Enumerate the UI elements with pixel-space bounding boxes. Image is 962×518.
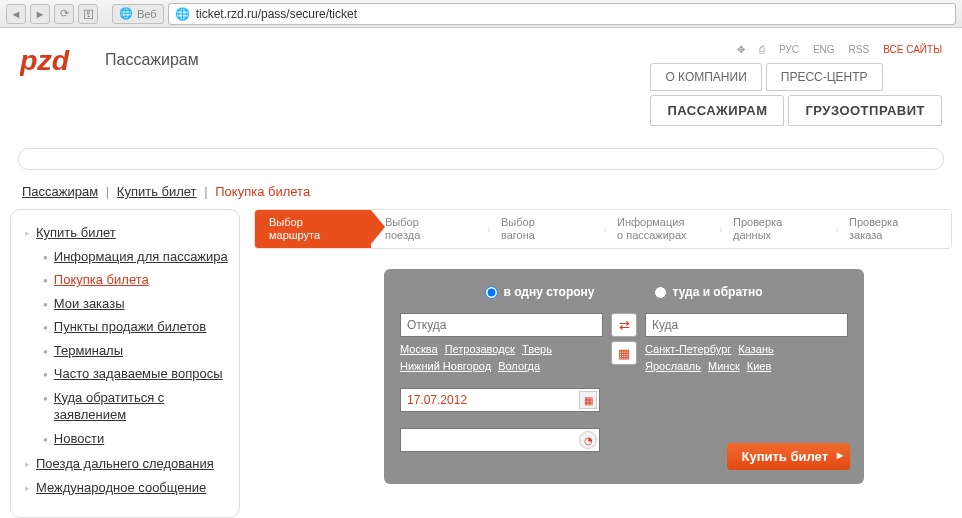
progress-steps: Выбор маршрута Выбор поезда › Выбор ваго… — [254, 209, 952, 249]
to-city-links: Санкт-Петербург Казань Ярославль Минск К… — [645, 341, 848, 374]
web-button[interactable]: 🌐 Веб — [112, 4, 164, 24]
sidebar-points[interactable]: Пункты продажи билетов — [54, 318, 206, 336]
logo-subtitle: Пассажирам — [105, 51, 199, 69]
svg-text:pzd: pzd — [20, 44, 70, 76]
tab-press[interactable]: ПРЕСС-ЦЕНТР — [766, 63, 883, 91]
oneway-label: в одну сторону — [503, 285, 594, 299]
sidebar-buy-ticket[interactable]: Купить билет — [36, 224, 116, 242]
step-line2: маршрута — [269, 229, 363, 242]
step-line1: Проверка — [849, 216, 898, 228]
step-line1: Информация — [617, 216, 684, 228]
step-line2: данных — [733, 229, 827, 242]
step-line2: о пассажирах — [617, 229, 711, 242]
search-bar[interactable] — [18, 148, 944, 170]
city-kiev[interactable]: Киев — [747, 360, 772, 372]
sidebar-where[interactable]: Куда обратиться с заявлением — [54, 389, 233, 424]
crumb-sep: | — [204, 184, 207, 199]
roundtrip-label: туда и обратно — [672, 285, 762, 299]
sidebar-terminals[interactable]: Терминалы — [54, 342, 123, 360]
city-spb[interactable]: Санкт-Петербург — [645, 343, 731, 355]
sidebar-intl[interactable]: Международное сообщение — [36, 479, 206, 497]
city-kazan[interactable]: Казань — [738, 343, 773, 355]
oneway-radio[interactable]: в одну сторону — [485, 285, 594, 299]
date-input[interactable] — [400, 388, 600, 412]
step-line2: поезда — [385, 229, 479, 242]
step-line1: Выбор — [501, 216, 535, 228]
oneway-input[interactable] — [485, 286, 498, 299]
city-minsk[interactable]: Минск — [708, 360, 740, 372]
util-links: ✥ ⎙ РУС ENG RSS ВСЕ САЙТЫ — [650, 40, 942, 63]
crumb-sep: | — [106, 184, 109, 199]
calendar-icon: ▦ — [618, 346, 630, 361]
crumb-buy[interactable]: Купить билет — [117, 184, 197, 199]
time-input[interactable] — [400, 428, 600, 452]
booking-panel: в одну сторону туда и обратно Москва Пет… — [384, 269, 864, 484]
bullet-icon: ● — [43, 347, 48, 356]
bullet-icon: ● — [43, 323, 48, 332]
step-arrow-icon: › — [487, 210, 495, 248]
city-vologda[interactable]: Вологда — [498, 360, 540, 372]
bullet-icon: ● — [43, 253, 48, 262]
tab-cargo[interactable]: ГРУЗООТПРАВИТ — [788, 95, 942, 126]
sidebar-faq[interactable]: Часто задаваемые вопросы — [54, 365, 223, 383]
globe-icon: 🌐 — [175, 7, 190, 21]
sidebar-news[interactable]: Новости — [54, 430, 104, 448]
key-button[interactable]: ⚿ — [78, 4, 98, 24]
city-petrozavodsk[interactable]: Петрозаводск — [445, 343, 515, 355]
city-tver[interactable]: Тверь — [522, 343, 552, 355]
step-arrow-icon: › — [835, 210, 843, 248]
url-text: ticket.rzd.ru/pass/secure/ticket — [196, 7, 357, 21]
util-print-icon[interactable]: ⎙ — [759, 44, 765, 55]
nav-tabs-2: ПАССАЖИРАМ ГРУЗООТПРАВИТ — [650, 95, 942, 126]
swap-button[interactable]: ⇄ — [611, 313, 637, 337]
city-moscow[interactable]: Москва — [400, 343, 438, 355]
step-passengers: Информация о пассажирах › — [603, 210, 719, 248]
roundtrip-radio[interactable]: туда и обратно — [654, 285, 762, 299]
util-rss[interactable]: RSS — [849, 44, 870, 55]
util-ru[interactable]: РУС — [779, 44, 799, 55]
bullet-icon: ● — [43, 276, 48, 285]
sidebar-orders[interactable]: Мои заказы — [54, 295, 125, 313]
calendar-button[interactable]: ▦ — [611, 341, 637, 365]
forward-button[interactable]: ► — [30, 4, 50, 24]
breadcrumb: Пассажирам | Купить билет | Покупка биле… — [0, 170, 962, 209]
tab-passengers[interactable]: ПАССАЖИРАМ — [650, 95, 784, 126]
back-button[interactable]: ◄ — [6, 4, 26, 24]
site-header: pzd Пассажирам ✥ ⎙ РУС ENG RSS ВСЕ САЙТЫ… — [0, 28, 962, 126]
util-allsites[interactable]: ВСЕ САЙТЫ — [883, 44, 942, 55]
sidebar-info[interactable]: Информация для пассажира — [54, 248, 228, 266]
crumb-current: Покупка билета — [215, 184, 310, 199]
rzd-logo: pzd — [20, 40, 95, 80]
step-arrow-icon: › — [603, 210, 611, 248]
time-column: ◔ — [400, 428, 600, 452]
chevron-icon: ▸ — [25, 459, 30, 469]
sidebar-longdist[interactable]: Поезда дальнего следования — [36, 455, 214, 473]
step-check-order: Проверка заказа — [835, 210, 951, 248]
to-column: Санкт-Петербург Казань Ярославль Минск К… — [645, 313, 848, 374]
nav-tabs-1: О КОМПАНИИ ПРЕСС-ЦЕНТР — [650, 63, 942, 91]
main-content: Выбор маршрута Выбор поезда › Выбор ваго… — [254, 209, 952, 518]
to-input[interactable] — [645, 313, 848, 337]
step-line1: Проверка — [733, 216, 782, 228]
bullet-icon: ● — [43, 300, 48, 309]
date-row: ▦ — [400, 388, 848, 412]
step-route: Выбор маршрута — [255, 210, 371, 248]
from-input[interactable] — [400, 313, 603, 337]
bullet-icon: ● — [43, 435, 48, 444]
step-wagon: Выбор вагона › — [487, 210, 603, 248]
util-en[interactable]: ENG — [813, 44, 835, 55]
crumb-passengers[interactable]: Пассажирам — [22, 184, 98, 199]
url-bar[interactable]: 🌐 ticket.rzd.ru/pass/secure/ticket — [168, 3, 956, 25]
city-yaroslavl[interactable]: Ярославль — [645, 360, 701, 372]
reload-button[interactable]: ⟳ — [54, 4, 74, 24]
tab-about[interactable]: О КОМПАНИИ — [650, 63, 761, 91]
roundtrip-input[interactable] — [654, 286, 667, 299]
sidebar-purchase[interactable]: Покупка билета — [54, 271, 149, 289]
util-move-icon[interactable]: ✥ — [737, 44, 745, 55]
buy-ticket-button[interactable]: Купить билет — [727, 443, 850, 470]
city-nizhny[interactable]: Нижний Новгород — [400, 360, 491, 372]
bullet-icon: ● — [43, 394, 48, 403]
calendar-icon: ▦ — [584, 395, 593, 406]
date-picker-button[interactable]: ▦ — [579, 391, 597, 409]
step-arrow-icon: › — [719, 210, 727, 248]
